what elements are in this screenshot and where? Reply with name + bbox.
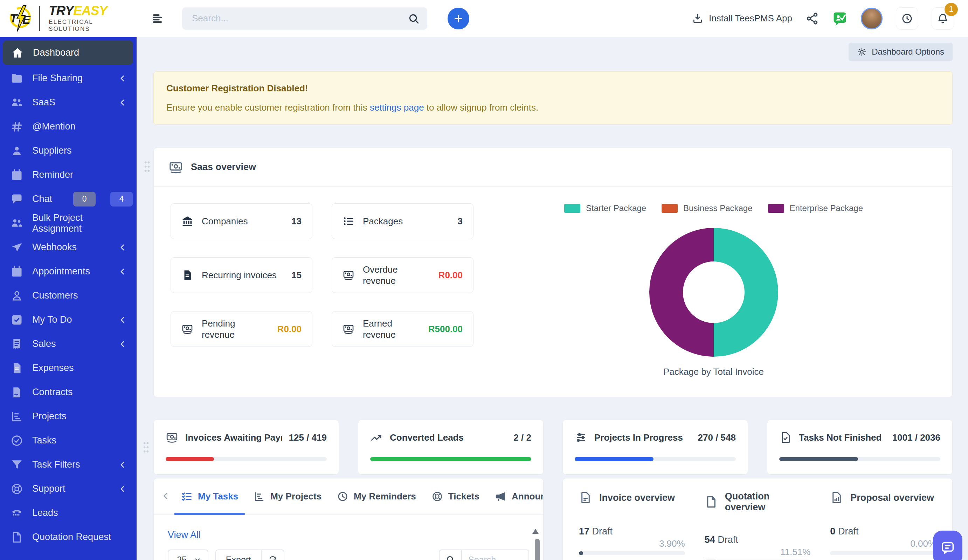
sidebar-item-label: Dashboard [33,47,79,58]
logo[interactable]: T E TRYEASY ELECTRICAL SOLUTIONS [0,0,137,37]
file-blank-icon [704,495,718,509]
stat-value: 125 / 419 [289,432,327,443]
saas-cards: Companies13Packages3Recurring invoices15… [171,203,474,377]
sidebar-toggle-icon[interactable] [151,12,165,26]
logo-tagline: ELECTRICAL SOLUTIONS [49,18,137,33]
avatar[interactable] [861,8,883,30]
view-all-link[interactable]: View All [154,515,215,542]
file-check-icon [779,431,792,444]
stat-card-tasks-not-finished[interactable]: Tasks Not Finished1001 / 2036 [767,420,953,475]
sidebar-item-label: Support [32,483,65,494]
sidebar-item-saas[interactable]: SaaS [0,90,137,114]
tab-my-tasks[interactable]: My Tasks [173,479,246,514]
sidebar-item-reminder[interactable]: Reminder [0,163,137,187]
stat-label: Invoices Awaiting Paym... [185,432,282,443]
settings-page-link[interactable]: settings page [370,102,424,113]
stat-card-invoices-awaiting-paym[interactable]: Invoices Awaiting Paym...125 / 419 [153,420,339,475]
overview-title: Invoice overview [599,492,675,503]
notifications-button[interactable]: 1 [932,7,954,30]
sidebar-item-quotation-request[interactable]: Quotation Request [0,525,137,549]
sidebar-item-webhooks[interactable]: Webhooks [0,235,137,259]
dashboard-options-button[interactable]: Dashboard Options [849,43,953,61]
saas-card-value: 13 [292,216,302,227]
sidebar-item-appointments[interactable]: Appointments [0,259,137,284]
chart-caption: Package by Total Invoice [663,367,764,377]
export-button[interactable]: Export [216,550,261,560]
chevron-left-icon [118,73,128,83]
saas-card-label: Companies [202,216,248,227]
sidebar-nav: DashboardFile SharingSaaS@MentionSupplie… [0,41,137,549]
donut-chart [649,228,778,357]
tabs-scroll-left-icon[interactable] [158,491,173,502]
share-icon[interactable] [806,12,819,25]
search-icon[interactable] [408,13,419,25]
saas-card-overdue-revenue[interactable]: Overdue revenueR0.00 [332,257,474,293]
sidebar-item-label: Projects [32,411,66,422]
drag-handle-icon[interactable] [141,441,151,454]
sidebar-item-bulk-project-assignment[interactable]: Bulk Project Assignment [0,211,137,235]
gear-icon [857,47,867,57]
sidebar-item-support[interactable]: Support [0,477,137,501]
saas-card-pending-revenue[interactable]: Pending revenueR0.00 [171,311,312,347]
file-text-icon [10,362,23,375]
sidebar-item-label: Webhooks [32,242,77,253]
install-app-button[interactable]: Install TeesPMS App [692,13,792,24]
sidebar-item-label: File Sharing [32,73,83,84]
sidebar-item-contracts[interactable]: Contracts [0,380,137,404]
sidebar-item-my-to-do[interactable]: My To Do [0,308,137,332]
search-icon[interactable] [439,550,462,560]
sidebar-item-expenses[interactable]: Expenses [0,356,137,380]
quick-add-button[interactable] [448,8,469,30]
refresh-button[interactable] [261,550,283,560]
sidebar-item-tasks[interactable]: Tasks [0,428,137,453]
saas-card-companies[interactable]: Companies13 [171,203,312,239]
saas-card-recurring-invoices[interactable]: Recurring invoices15 [171,257,312,293]
scrollbar-up-icon[interactable] [532,529,539,534]
tab-tickets[interactable]: Tickets [424,479,487,514]
clock-icon [337,491,348,502]
cash-icon [181,323,193,335]
saas-card-packages[interactable]: Packages3 [332,203,474,239]
history-button[interactable] [896,7,918,30]
gantt-icon [10,410,23,423]
drag-handle-icon[interactable] [143,160,152,173]
tab-my-reminders[interactable]: My Reminders [329,479,424,514]
table-search-input[interactable] [462,550,529,560]
feedback-icon[interactable] [832,11,847,26]
chat-fab[interactable] [933,530,962,560]
legend-item-business-package[interactable]: Business Package [661,203,752,213]
gantt-icon [254,491,265,502]
legend-item-starter-package[interactable]: Starter Package [564,203,646,213]
tab-label: Announc [512,491,544,502]
active-tab-underline [174,513,245,515]
main-content: Dashboard Options Customer Registration … [137,37,968,560]
stat-card-converted-leads[interactable]: Converted Leads2 / 2 [358,420,544,475]
stat-card-projects-in-progress[interactable]: Projects In Progress270 / 548 [562,420,748,475]
search-input[interactable] [182,7,427,30]
sidebar-item-suppliers[interactable]: Suppliers [0,139,137,163]
sidebar-item-task-filters[interactable]: Task Filters [0,453,137,477]
tab-announc[interactable]: Announc [487,479,544,514]
tab-my-projects[interactable]: My Projects [246,479,329,514]
file-text-icon [181,269,193,281]
sidebar-item-sales[interactable]: Sales [0,332,137,356]
stat-progress [575,457,736,461]
sidebar-item-chat[interactable]: Chat04 [0,187,137,211]
sidebar-item-mention[interactable]: @Mention [0,114,137,139]
trend-up-icon [370,431,383,444]
saas-card-label: Packages [363,216,403,227]
chevron-left-icon [118,339,128,349]
sidebar-item-file-sharing[interactable]: File Sharing [0,66,137,90]
sidebar-item-leads[interactable]: Leads [0,501,137,525]
sidebar-item-projects[interactable]: Projects [0,404,137,428]
page-size-select[interactable]: 25 [168,550,208,560]
legend-item-enterprise-package[interactable]: Enterprise Package [768,203,863,213]
legend-label: Enterprise Package [790,203,863,213]
sidebar-item-customers[interactable]: Customers [0,284,137,308]
calendar-icon [10,265,23,278]
saas-card-earned-revenue[interactable]: Earned revenueR500.00 [332,311,474,347]
cash-icon [343,269,355,281]
tasks-scrollbar[interactable] [535,539,540,560]
sidebar-item-dashboard[interactable]: Dashboard [3,41,133,65]
chat-count-badge: 0 [73,192,96,206]
